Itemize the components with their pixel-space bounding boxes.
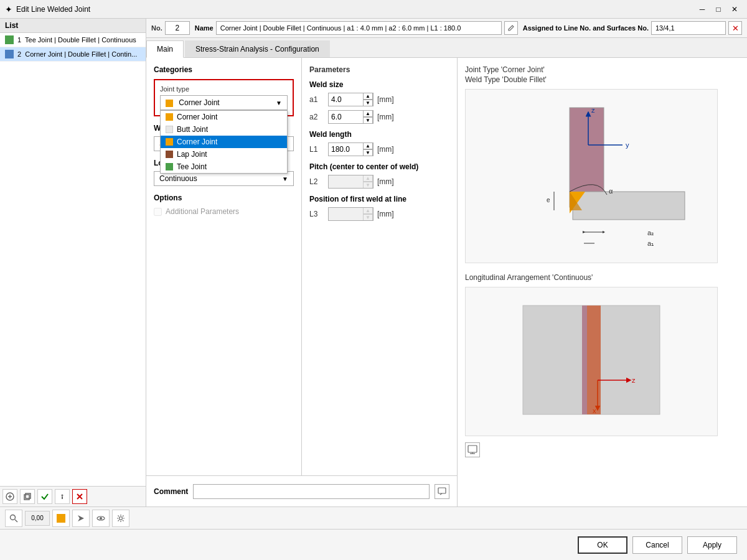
left-column: Categories Joint type [146, 58, 458, 506]
dropdown-item-corner2[interactable]: Corner Joint [161, 136, 287, 148]
L3-input [329, 208, 363, 220]
additional-params-checkbox[interactable] [154, 208, 162, 216]
svg-rect-9 [438, 488, 446, 493]
joint-type-dropdown-container: Corner Joint ▼ Corne [160, 95, 288, 110]
a1-spinners: ▲ ▼ [363, 93, 373, 106]
delete-button[interactable] [72, 489, 87, 504]
viz-export-row [465, 440, 718, 457]
parameters-panel: Parameters Weld size a1 ▲ ▼ [302, 58, 457, 475]
joint-type-dropdown-btn[interactable]: Corner Joint ▼ [160, 95, 288, 110]
search-button[interactable] [5, 510, 22, 527]
comment-input[interactable] [193, 484, 430, 499]
param-row-a2: a2 ▲ ▼ [mm] [309, 110, 449, 124]
tab-main[interactable]: Main [146, 40, 184, 58]
L2-unit: [mm] [377, 177, 394, 186]
name-field: Name Corner Joint | Double Fillet | Cont… [195, 21, 518, 35]
comment-label: Comment [154, 487, 188, 496]
weld-length-label: Weld length [309, 130, 449, 139]
options-section: Options Additional Parameters [154, 194, 294, 216]
L3-input-group: ▲ ▼ [328, 207, 374, 221]
select-button[interactable] [72, 510, 90, 527]
maximize-button[interactable]: □ [711, 3, 726, 16]
dropdown-item-corner1[interactable]: Corner Joint [161, 111, 287, 123]
viz-export-button[interactable] [465, 442, 480, 457]
a2-down-button[interactable]: ▼ [363, 117, 373, 124]
svg-rect-3 [24, 495, 29, 500]
L1-input[interactable] [329, 144, 363, 155]
info-button[interactable] [55, 489, 70, 504]
a1-up-button[interactable]: ▲ [363, 93, 373, 100]
L2-label: L2 [309, 177, 328, 186]
name-edit-button[interactable] [504, 21, 518, 35]
list-items: 1 Tee Joint | Double Fillet | Continuous… [0, 33, 146, 259]
L1-up-button[interactable]: ▲ [363, 142, 373, 149]
no-value: 2 [165, 21, 190, 35]
a2-label: a2 [309, 113, 328, 121]
param-row-L1: L1 ▲ ▼ [mm] [309, 142, 449, 156]
ok-button[interactable]: OK [578, 536, 627, 554]
a2-unit: [mm] [377, 113, 394, 121]
a1-input[interactable] [329, 94, 363, 105]
svg-marker-40 [78, 515, 84, 521]
a2-input[interactable] [329, 111, 363, 123]
svg-point-38 [11, 515, 16, 520]
list-item-text-2: 2 Corner Joint | Double Fillet | Contin.… [17, 50, 137, 58]
L2-up-button: ▲ [363, 175, 373, 182]
a2-up-button[interactable]: ▲ [363, 110, 373, 117]
joint-type-section: Joint type Corner Joint ▼ [154, 79, 294, 116]
svg-text:e: e [547, 197, 550, 203]
dropdown-item-lap[interactable]: Lap Joint [161, 148, 287, 161]
L1-spinners: ▲ ▼ [363, 142, 373, 156]
comment-button[interactable] [435, 484, 449, 499]
value-display: 0,00 [25, 511, 50, 526]
duplicate-button[interactable] [20, 489, 35, 504]
additional-params-label: Additional Parameters [166, 207, 239, 216]
joint-type-dropdown-list: Corner Joint Butt Joint [160, 110, 288, 174]
joint-type-selected: Corner Joint [166, 98, 220, 107]
L3-down-button: ▼ [363, 214, 373, 221]
svg-text:x: x [593, 407, 596, 414]
close-button[interactable]: ✕ [727, 3, 742, 16]
list-item-selected[interactable]: 2 Corner Joint | Double Fillet | Contin.… [0, 47, 146, 62]
a1-down-button[interactable]: ▼ [363, 100, 373, 106]
title-bar: ✦ Edit Line Welded Joint ─ □ ✕ [0, 0, 747, 19]
assigned-clear-button[interactable]: ✕ [728, 21, 742, 35]
viz-weld-type-title: Weld Type 'Double Fillet' [465, 75, 718, 84]
apply-button[interactable]: Apply [687, 536, 737, 554]
categories-panel: Categories Joint type [146, 58, 302, 475]
no-field: No. 2 [151, 21, 190, 35]
a1-label: a1 [309, 95, 328, 104]
detail-header: No. 2 Name Corner Joint | Double Fillet … [146, 19, 747, 38]
svg-rect-13 [573, 192, 685, 220]
viz-title-2-container: Longitudinal Arrangement 'Continuous' [465, 273, 718, 282]
pitch-label: Pitch (center to center of weld) [309, 162, 449, 171]
parameters-title: Parameters [309, 65, 449, 74]
list-header: List [0, 19, 146, 33]
L1-down-button[interactable]: ▼ [363, 149, 373, 156]
list-item-text-1: 1 Tee Joint | Double Fillet | Continuous [17, 36, 136, 44]
add-button[interactable] [2, 489, 17, 504]
minimize-button[interactable]: ─ [695, 3, 710, 16]
dropdown-item-butt[interactable]: Butt Joint [161, 123, 287, 136]
list-item-color-1 [5, 35, 14, 44]
check-button[interactable] [37, 489, 52, 504]
longitudinal-value: Continuous [159, 174, 197, 183]
color-button[interactable] [52, 510, 70, 527]
view-button[interactable] [92, 510, 110, 527]
viz-joint-type-title: Joint Type 'Corner Joint' [465, 65, 718, 74]
bottom-toolbar: 0,00 [0, 506, 747, 529]
tab-stress[interactable]: Stress-Strain Analysis - Configuration [185, 40, 330, 57]
svg-text:α: α [609, 187, 613, 195]
settings-button[interactable] [112, 510, 129, 527]
viz-longitudinal-title: Longitudinal Arrangement 'Continuous' [465, 273, 718, 282]
viz-diagram-2: z x [465, 287, 718, 436]
list-toolbar [0, 486, 146, 506]
name-value: Corner Joint | Double Fillet | Continuou… [216, 21, 502, 35]
param-row-a1: a1 ▲ ▼ [mm] [309, 93, 449, 106]
no-label: No. [151, 24, 162, 32]
dropdown-item-tee[interactable]: Tee Joint [161, 161, 287, 173]
L3-unit: [mm] [377, 210, 394, 218]
list-item[interactable]: 1 Tee Joint | Double Fillet | Continuous [0, 33, 146, 47]
cancel-button[interactable]: Cancel [632, 536, 682, 554]
window-title: Edit Line Welded Joint [16, 5, 695, 14]
